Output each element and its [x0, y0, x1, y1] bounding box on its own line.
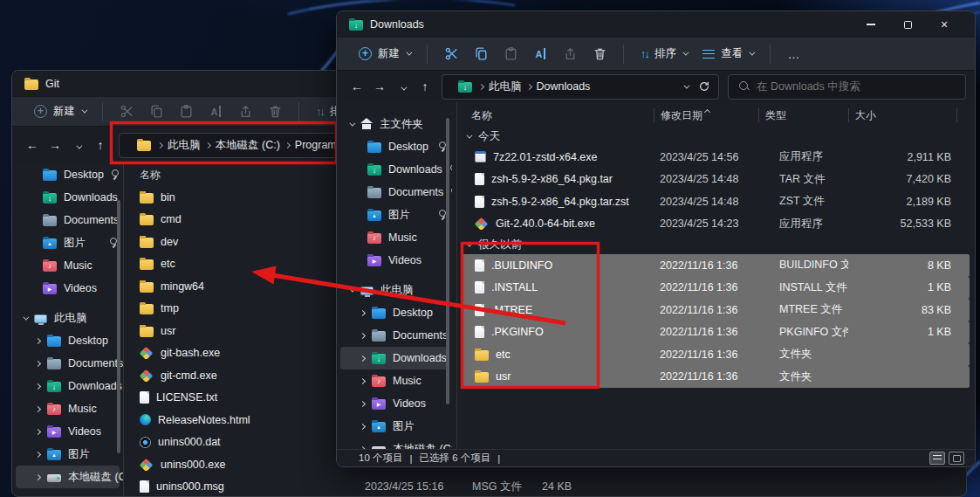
- up-button[interactable]: ↑: [89, 138, 112, 152]
- file-row[interactable]: 7z22.01-zstd-x64.exe 2023/4/25 14:56 应用程…: [463, 146, 970, 169]
- new-button[interactable]: + 新建: [351, 41, 418, 67]
- sidebar-drive-item[interactable]: Music: [16, 397, 120, 420]
- sidebar-drive-item[interactable]: Desktop: [340, 301, 449, 324]
- sidebar-pinned-item[interactable]: Desktop: [16, 163, 120, 186]
- minimize-button[interactable]: [853, 11, 889, 38]
- sidebar-pinned-item[interactable]: Music: [340, 226, 449, 249]
- file-row[interactable]: zsh-5.9-2-x86_64.pkg.tar.zst 2023/4/25 1…: [463, 190, 970, 213]
- sidebar-pinned-item[interactable]: Videos: [340, 249, 449, 272]
- column-header-size[interactable]: 大小: [848, 108, 956, 122]
- sidebar-pinned-item[interactable]: 图片: [16, 231, 120, 254]
- sidebar-item-this-pc[interactable]: 此电脑: [16, 307, 120, 329]
- sidebar-pinned-item[interactable]: 图片: [340, 204, 449, 226]
- breadcrumb-segment[interactable]: 此电脑: [489, 79, 522, 94]
- forward-button[interactable]: →: [368, 79, 391, 93]
- recent-locations-button[interactable]: [66, 138, 89, 152]
- details-view-button[interactable]: [929, 452, 945, 465]
- column-header-type[interactable]: 类型: [758, 108, 848, 122]
- copy-icon[interactable]: [466, 46, 496, 61]
- sidebar-pinned-item[interactable]: Downloads: [16, 186, 120, 209]
- sort-button[interactable]: ↑↓ 排序: [633, 41, 695, 67]
- navigation-pane: Desktop Downloads Documents: [12, 163, 123, 496]
- new-button[interactable]: + 新建: [26, 99, 93, 125]
- refresh-icon[interactable]: [698, 80, 710, 93]
- breadcrumb-segment[interactable]: 本地磁盘 (C:): [216, 138, 280, 153]
- close-button[interactable]: ×: [926, 11, 963, 38]
- column-header-name[interactable]: 名称: [127, 168, 337, 182]
- up-button[interactable]: ↑: [414, 79, 436, 93]
- sidebar-drive-item[interactable]: Videos: [16, 420, 120, 443]
- back-button[interactable]: ←: [346, 79, 368, 93]
- sidebar-drive-item[interactable]: 图片: [16, 443, 120, 466]
- sidebar-item-this-pc[interactable]: 此电脑: [340, 279, 449, 301]
- view-button[interactable]: 查看: [695, 41, 761, 67]
- recent-locations-button[interactable]: [391, 79, 414, 93]
- sidebar-drive-item[interactable]: 图片: [340, 415, 449, 438]
- share-icon[interactable]: [230, 104, 260, 119]
- cut-icon[interactable]: [112, 104, 141, 119]
- command-bar: + 新建 A ↑↓ 排序 查看 …: [337, 38, 975, 71]
- sidebar-pinned-item[interactable]: Videos: [16, 277, 120, 300]
- paste-icon[interactable]: [496, 46, 525, 61]
- breadcrumb-segment[interactable]: 此电脑: [168, 138, 201, 153]
- sidebar-scrollbar[interactable]: [117, 200, 120, 453]
- file-size: 52,533 KB: [848, 217, 951, 230]
- delete-icon[interactable]: [260, 104, 290, 119]
- chevron-down-icon: [349, 120, 355, 126]
- sidebar-drive-item[interactable]: Documents: [340, 324, 449, 347]
- back-button[interactable]: ←: [21, 138, 44, 152]
- title-bar: Downloads ×: [337, 11, 975, 38]
- sidebar-drive-item[interactable]: Downloads: [340, 347, 449, 369]
- sidebar-pinned-item[interactable]: Desktop: [340, 135, 449, 158]
- file-name: zsh-5.9-2-x86_64.pkg.tar: [491, 173, 613, 185]
- sidebar-drive-item[interactable]: Documents: [16, 352, 120, 375]
- sidebar-drive-item[interactable]: Music: [340, 369, 449, 392]
- copy-icon[interactable]: [141, 104, 171, 119]
- chevron-down-icon: [81, 107, 87, 114]
- file-row[interactable]: etc 2022/11/16 1:36 文件夹: [463, 343, 970, 366]
- sidebar-pinned-item[interactable]: Music: [16, 254, 120, 277]
- forward-button[interactable]: →: [44, 138, 66, 152]
- sidebar-pinned-item[interactable]: Downloads: [340, 158, 449, 181]
- file-row[interactable]: .MTREE 2022/11/16 1:36 MTREE 文件 83 KB: [463, 299, 970, 321]
- large-icons-view-button[interactable]: [949, 452, 964, 465]
- column-header-name[interactable]: 名称: [459, 108, 654, 122]
- sidebar-drive-item[interactable]: Downloads: [16, 375, 120, 397]
- sidebar-scrollbar[interactable]: [446, 118, 449, 404]
- search-input[interactable]: [757, 80, 965, 93]
- more-button[interactable]: …: [779, 47, 809, 61]
- sidebar-drive-item[interactable]: Videos: [340, 392, 449, 415]
- cut-icon[interactable]: [436, 46, 466, 61]
- file-row[interactable]: .PKGINFO 2022/11/16 1:36 PKGINFO 文件 1 KB: [463, 321, 970, 344]
- search-icon: [739, 81, 750, 92]
- file-row[interactable]: zsh-5.9-2-x86_64.pkg.tar 2023/4/25 14:48…: [463, 169, 970, 191]
- file-name: etc: [496, 349, 511, 361]
- file-row[interactable]: .BUILDINFO 2022/11/16 1:36 BUILDINFO 文件 …: [463, 254, 970, 277]
- delete-icon[interactable]: [585, 46, 614, 61]
- paste-icon[interactable]: [171, 104, 201, 119]
- file-row[interactable]: unins000.msg 2023/4/25 15:16 MSG 文件 24 K…: [127, 476, 966, 497]
- file-size: 24 KB: [542, 480, 572, 493]
- group-header-long-ago[interactable]: 很久以前: [459, 235, 975, 254]
- navigation-pane: 主文件夹 Desktop Downloads: [337, 102, 452, 449]
- sidebar-pinned-item[interactable]: Documents: [16, 209, 120, 231]
- rename-icon[interactable]: A: [201, 106, 230, 117]
- sidebar-drive-item[interactable]: Desktop: [16, 329, 120, 352]
- address-dropdown-icon[interactable]: [683, 82, 689, 88]
- file-row[interactable]: .INSTALL 2022/11/16 1:36 INSTALL 文件 1 KB: [463, 277, 970, 300]
- breadcrumb-segment[interactable]: Downloads: [537, 80, 591, 93]
- group-header-today[interactable]: 今天: [459, 127, 975, 146]
- share-icon[interactable]: [555, 46, 585, 61]
- rename-icon[interactable]: A: [525, 48, 555, 59]
- sidebar-item-home[interactable]: 主文件夹: [340, 113, 449, 135]
- chevron-down-icon: [466, 240, 472, 246]
- search-box[interactable]: [728, 74, 966, 100]
- sidebar-pinned-item[interactable]: Documents: [340, 181, 449, 204]
- sidebar-drive-item[interactable]: 本地磁盘 (C:): [16, 466, 120, 488]
- column-header-date[interactable]: 修改日期: [654, 108, 758, 122]
- file-row[interactable]: Git-2.40.0-64-bit.exe 2023/4/25 14:23 应用…: [463, 213, 970, 236]
- address-bar[interactable]: 此电脑Downloads: [442, 74, 719, 100]
- maximize-button[interactable]: [889, 11, 926, 38]
- sidebar-drive-item[interactable]: 本地磁盘 (C:): [340, 438, 449, 449]
- file-row[interactable]: usr 2022/11/16 1:36 文件夹: [463, 366, 970, 389]
